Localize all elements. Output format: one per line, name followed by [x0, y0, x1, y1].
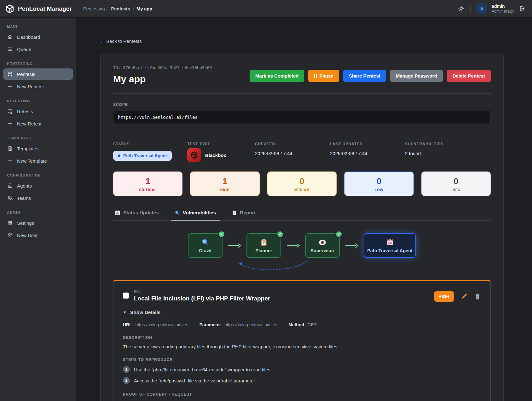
back-link[interactable]: ← Back to Pentests	[100, 38, 142, 44]
show-details-toggle[interactable]: ▼ Show Details	[123, 310, 481, 315]
agent-pipeline: ✓ Crawl ✓	[113, 233, 491, 270]
sidebar-item-new-template[interactable]: New Template	[3, 155, 73, 166]
sidebar-item-new-retest[interactable]: New Retest	[3, 118, 73, 129]
package-logo-icon	[5, 4, 14, 14]
tab-bar: Status Updates Vulnerabilities	[113, 206, 491, 221]
sidebar-section-admin: ADMIN	[0, 207, 76, 216]
tab-vulnerabilities[interactable]: Vulnerabilities	[174, 206, 217, 220]
vulnerability-title: Local File Inclusion (LFI) via PHP Filte…	[134, 295, 270, 302]
tab-status-updates[interactable]: Status Updates	[114, 206, 159, 220]
vulnerability-card: 001 Local File Inclusion (LFI) via PHP F…	[113, 280, 491, 401]
header-divider	[470, 4, 471, 14]
action-buttons: Mark as Completed Pause Share Pentest Ma…	[250, 65, 491, 82]
pipeline-node-crawl[interactable]: ✓ Crawl	[188, 233, 223, 258]
blackbox-icon	[187, 148, 201, 162]
step-item: 1 Use the `php://filter/convert.base64-e…	[123, 366, 481, 373]
test-type-value: Blackbox	[205, 153, 226, 158]
breadcrumb-current: My app	[136, 6, 152, 11]
people-icon	[7, 195, 13, 201]
vulnerability-url: https://vuln.penlocal.ai/files	[135, 322, 188, 327]
severity-card-low: 0 LOW	[344, 171, 413, 196]
manage-password-button[interactable]: Manage Password	[390, 70, 443, 82]
sidebar-item-new-user[interactable]: New User	[3, 230, 73, 241]
sidebar-item-settings[interactable]: Settings	[3, 217, 73, 229]
caret-down-icon: ▼	[123, 310, 127, 315]
sidebar-item-agents[interactable]: Agents	[3, 180, 73, 191]
sidebar-section-main: MAIN	[0, 21, 76, 30]
gear-icon	[7, 220, 13, 226]
bar-chart-icon	[115, 210, 120, 216]
severity-card-info: 0 INFO	[421, 171, 491, 196]
vulnerability-index: 001	[134, 289, 270, 294]
package-icon	[7, 71, 13, 77]
check-icon: ✓	[335, 231, 342, 238]
app-title: PenLocal Manager	[18, 5, 72, 12]
user-name: admin	[492, 4, 514, 9]
vulnerability-method: GET	[308, 322, 317, 327]
app-logo[interactable]: PenLocal Manager	[0, 4, 76, 14]
plus-icon	[7, 84, 13, 89]
scope-value: https://vuln.penlocal.ai/files	[113, 111, 491, 124]
description-text: The server allows reading arbitrary file…	[123, 344, 481, 349]
severity-card-high: 1 HIGH	[190, 171, 259, 196]
plus-icon	[7, 158, 13, 164]
edit-pencil-icon[interactable]	[460, 293, 468, 300]
sidebar-item-retests[interactable]: Retests	[3, 106, 73, 117]
pipeline-node-planner[interactable]: ✓ Planner	[246, 233, 281, 258]
home-icon	[7, 34, 13, 40]
sidebar-item-teams[interactable]: Teams	[3, 192, 73, 204]
status-dot-icon	[118, 154, 120, 157]
sidebar-section-retesting: RETESTING	[0, 96, 76, 105]
page-title: My app	[113, 74, 212, 84]
severity-badge-high: HIGH	[434, 291, 454, 302]
step-item: 2 Access the `/etc/passwd` file via the …	[123, 377, 481, 384]
sidebar-item-new-pentest[interactable]: New Pentest	[3, 81, 73, 92]
plus-icon	[7, 121, 13, 126]
breadcrumb-pentests[interactable]: Pentests	[111, 6, 130, 11]
mark-completed-button[interactable]: Mark as Completed	[250, 70, 304, 82]
sidebar-section-templates: TEMPLATES	[0, 133, 76, 142]
check-icon: ✓	[218, 231, 225, 238]
pause-button[interactable]: Pause	[308, 70, 339, 82]
pentest-id: ID: 876e8ce4-ef6b-464a-9b27-e4ce50bb9466	[113, 65, 212, 70]
pentest-heading: ID: 876e8ce4-ef6b-464a-9b27-e4ce50bb9466…	[113, 65, 212, 84]
created-value: 2026-02-08 17:44	[255, 151, 330, 156]
avatar[interactable]: A	[476, 3, 487, 14]
vulnerability-heading: 001 Local File Inclusion (LFI) via PHP F…	[134, 289, 270, 302]
breadcrumb-pentesting[interactable]: Pentesting	[83, 6, 105, 11]
status-label: STATUS	[113, 142, 187, 146]
pipeline-node-path-traversal-agent[interactable]: Path Traversal Agent	[364, 233, 416, 258]
robot-icon	[7, 183, 13, 189]
tab-report[interactable]: Report	[231, 206, 256, 220]
share-pentest-button[interactable]: Share Pentest	[343, 70, 386, 82]
meta-row: STATUS Path Traversal Agent TEST TYPE	[113, 142, 491, 162]
delete-trash-icon[interactable]	[474, 293, 481, 300]
severity-summary: 1 CRITICAL 1 HIGH 0 MEDIUM 0 LOW 0 INFO	[113, 171, 491, 196]
user-plus-icon	[7, 232, 13, 238]
theme-toggle-icon[interactable]	[458, 5, 465, 12]
pipeline-arrow-icon	[228, 243, 241, 248]
created-label: CREATED	[255, 142, 330, 146]
severity-card-critical: 1 CRITICAL	[113, 171, 182, 196]
sidebar: MAIN Dashboard Queue PENTESTING	[0, 18, 76, 401]
logout-icon[interactable]	[518, 5, 525, 12]
sidebar-item-templates[interactable]: Templates	[3, 143, 73, 154]
report-page-icon	[232, 210, 237, 216]
scope-label: SCOPE	[113, 102, 491, 107]
updated-label: LAST UPDATED	[330, 142, 405, 146]
vulnerability-checkbox[interactable]	[123, 293, 129, 299]
divider	[113, 93, 491, 94]
pipeline-arrow-icon	[286, 243, 300, 248]
top-header: PenLocal Manager Pentesting / Pentests /…	[0, 0, 532, 18]
sidebar-item-dashboard[interactable]: Dashboard	[3, 31, 73, 43]
crawl-magnifier-icon	[201, 238, 209, 247]
sidebar-item-queue[interactable]: Queue	[3, 44, 73, 55]
breadcrumb: Pentesting / Pentests / My app	[83, 6, 152, 11]
pipeline-node-supervisor[interactable]: ✓ Supervisor	[305, 233, 340, 258]
status-badge[interactable]: Path Traversal Agent	[113, 151, 172, 161]
description-label: DESCRIPTION	[123, 335, 481, 340]
clipboard-icon	[260, 238, 268, 247]
robot-head-icon	[386, 238, 394, 247]
sidebar-item-pentests[interactable]: Pentests	[3, 68, 73, 80]
delete-pentest-button[interactable]: Delete Pentest	[447, 70, 491, 82]
